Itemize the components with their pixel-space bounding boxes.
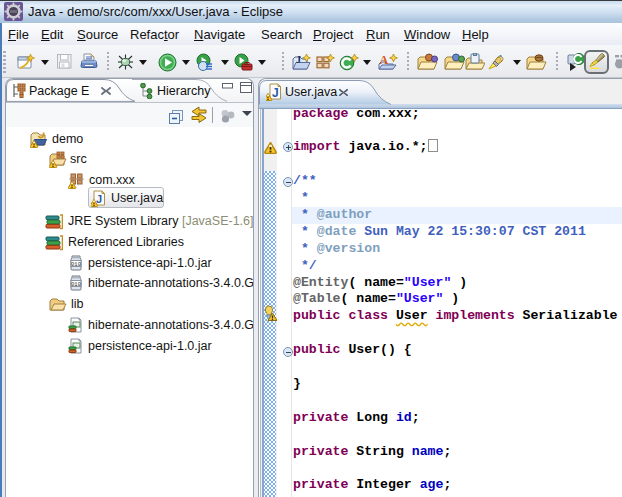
- svg-text:J: J: [296, 54, 301, 65]
- svg-text:A: A: [380, 53, 389, 67]
- svg-text:J: J: [96, 193, 102, 205]
- svg-text:J: J: [272, 86, 279, 100]
